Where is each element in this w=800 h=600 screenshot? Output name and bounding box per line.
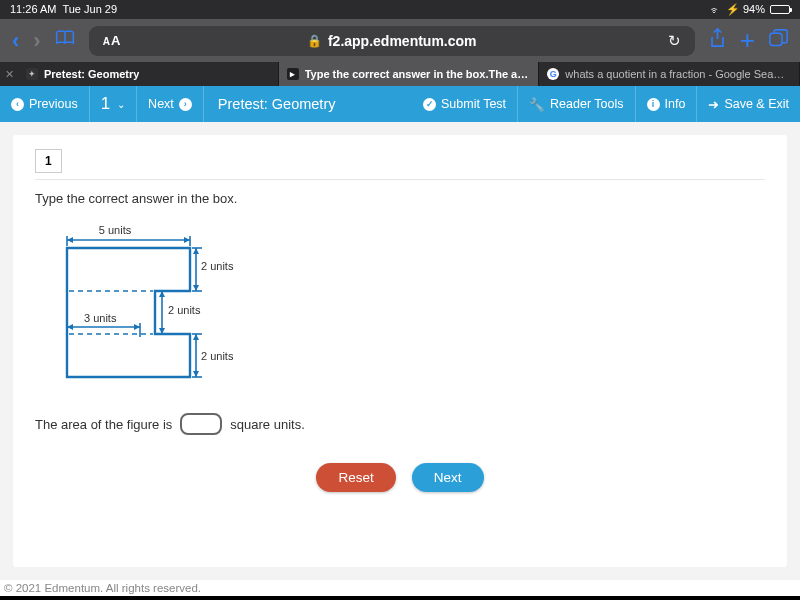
reader-label: Reader Tools	[550, 97, 623, 111]
answer-line: The area of the figure is square units.	[35, 413, 765, 435]
reader-tools-button[interactable]: 🔧 Reader Tools	[518, 86, 635, 122]
reset-button[interactable]: Reset	[316, 463, 395, 492]
svg-marker-9	[193, 248, 199, 254]
share-button[interactable]	[709, 28, 726, 53]
exit-icon: ➜	[708, 97, 719, 112]
geometry-figure: 5 units 2 units 2 units 3 units 2 units	[35, 222, 765, 395]
chevron-down-icon: ⌄	[117, 99, 125, 110]
svg-marker-10	[193, 285, 199, 291]
answer-prompt-left: The area of the figure is	[35, 417, 172, 432]
button-row: Reset Next	[35, 463, 765, 492]
dim-mid-w: 3 units	[84, 312, 117, 324]
dim-right2: 2 units	[201, 350, 234, 362]
content-area: 1 Type the correct answer in the box. 5 …	[0, 122, 800, 580]
forward-button[interactable]: ›	[33, 28, 40, 54]
google-favicon-icon	[547, 68, 559, 80]
text-size-button[interactable]: AA	[103, 33, 122, 48]
browser-tab-1[interactable]: ✦ Pretest: Geometry	[18, 62, 279, 86]
previous-arrow-icon: ‹	[11, 98, 24, 111]
info-icon: i	[647, 98, 660, 111]
info-label: Info	[665, 97, 686, 111]
svg-marker-3	[184, 237, 190, 243]
question-instruction: Type the correct answer in the box.	[35, 191, 765, 206]
url-text: f2.app.edmentum.com	[328, 33, 477, 49]
url-bar[interactable]: AA 🔒 f2.app.edmentum.com ↻	[89, 26, 695, 56]
edmentum-favicon-icon: ✦	[26, 68, 38, 80]
battery-icon	[770, 5, 790, 14]
brainly-favicon-icon: ▸	[287, 68, 299, 80]
svg-marker-20	[134, 324, 140, 330]
wifi-icon: ᯤ	[710, 4, 721, 16]
close-tab-button[interactable]: ✕	[0, 62, 18, 86]
browser-tab-strip: ✕ ✦ Pretest: Geometry ▸ Type the correct…	[0, 62, 800, 86]
tab-title: Type the correct answer in the box.The a…	[305, 68, 531, 80]
submit-label: Submit Test	[441, 97, 506, 111]
svg-marker-25	[193, 371, 199, 377]
ios-status-bar: 11:26 AM Tue Jun 29 ᯤ ⚡ 94%	[0, 0, 800, 19]
svg-marker-24	[193, 334, 199, 340]
status-right: ᯤ ⚡ 94%	[710, 3, 790, 16]
next-label: Next	[148, 97, 174, 111]
dim-right1: 2 units	[201, 260, 234, 272]
back-button[interactable]: ‹	[12, 28, 19, 54]
reload-icon[interactable]: ↻	[668, 32, 681, 50]
browser-tab-3[interactable]: whats a quotient in a fraction - Google …	[539, 62, 800, 86]
next-button[interactable]: Next ›	[137, 86, 204, 122]
wrench-icon: 🔧	[529, 97, 545, 112]
question-number: 1	[101, 94, 110, 114]
dim-top: 5 units	[99, 224, 132, 236]
new-tab-button[interactable]: +	[740, 25, 755, 56]
bookmarks-icon[interactable]	[55, 30, 75, 51]
previous-button[interactable]: ‹ Previous	[0, 86, 90, 122]
tabs-button[interactable]	[769, 29, 788, 53]
tab-title: whats a quotient in a fraction - Google …	[565, 68, 784, 80]
submit-test-button[interactable]: ✓ Submit Test	[412, 86, 518, 122]
question-selector[interactable]: 1⌄	[90, 86, 137, 122]
next-arrow-icon: ›	[179, 98, 192, 111]
next-question-button[interactable]: Next	[412, 463, 484, 492]
question-card: 1 Type the correct answer in the box. 5 …	[13, 135, 787, 567]
dim-mid-h: 2 units	[168, 304, 201, 316]
tab-title: Pretest: Geometry	[44, 68, 139, 80]
question-number-row: 1	[35, 149, 765, 180]
check-icon: ✓	[423, 98, 436, 111]
app-toolbar: ‹ Previous 1⌄ Next › Pretest: Geometry ✓…	[0, 86, 800, 122]
info-button[interactable]: i Info	[636, 86, 698, 122]
battery-percent: ⚡ 94%	[726, 3, 765, 16]
footer-text: © 2021 Edmentum. All rights reserved.	[0, 580, 800, 596]
status-date: Tue Jun 29	[62, 3, 117, 15]
question-number-box: 1	[35, 149, 62, 173]
answer-input[interactable]	[180, 413, 222, 435]
browser-nav-bar: ‹ › AA 🔒 f2.app.edmentum.com ↻ +	[0, 19, 800, 62]
svg-rect-0	[770, 33, 782, 45]
page-title: Pretest: Geometry	[204, 86, 412, 122]
svg-marker-2	[67, 237, 73, 243]
save-exit-label: Save & Exit	[724, 97, 789, 111]
previous-label: Previous	[29, 97, 78, 111]
browser-tab-2[interactable]: ▸ Type the correct answer in the box.The…	[279, 62, 540, 86]
save-exit-button[interactable]: ➜ Save & Exit	[697, 86, 800, 122]
status-left: 11:26 AM Tue Jun 29	[10, 3, 117, 16]
lock-icon: 🔒	[307, 34, 322, 48]
answer-prompt-right: square units.	[230, 417, 304, 432]
status-time: 11:26 AM	[10, 3, 56, 15]
